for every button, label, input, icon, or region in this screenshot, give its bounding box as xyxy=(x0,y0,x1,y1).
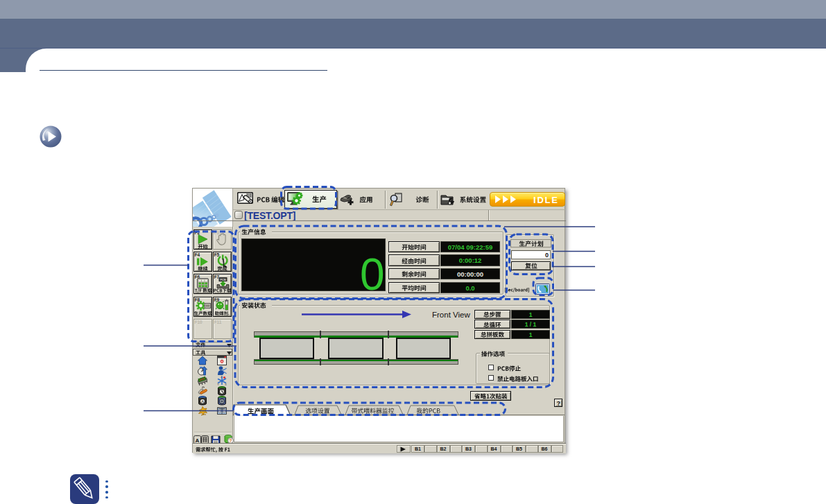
svg-text:PCB: PCB xyxy=(220,278,226,281)
svg-text:?: ? xyxy=(230,438,232,443)
svg-text:A: A xyxy=(201,399,204,403)
